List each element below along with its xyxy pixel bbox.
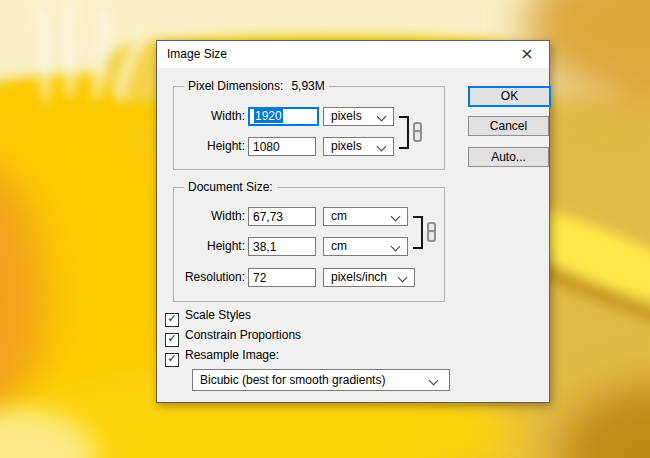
ds-width-unit-dropdown[interactable]: cm <box>323 207 408 226</box>
chevron-down-icon <box>391 242 401 252</box>
pd-width-label: Width: <box>157 107 245 126</box>
pd-height-input[interactable] <box>248 137 316 156</box>
ds-width-unit-value: cm <box>331 209 347 223</box>
pixel-dimensions-size: 5,93M <box>291 79 324 93</box>
pixel-dimensions-legend: Pixel Dimensions:5,93M <box>184 79 329 93</box>
pd-height-unit-dropdown[interactable]: pixels <box>323 137 394 156</box>
resample-image-row[interactable]: ✓Resample Image: <box>165 348 279 364</box>
dialog-titlebar: Image Size × <box>157 41 549 68</box>
ok-button[interactable]: OK <box>468 86 551 107</box>
pd-width-input[interactable]: 1920 <box>248 107 319 126</box>
document-size-legend: Document Size: <box>184 180 277 194</box>
auto-button[interactable]: Auto... <box>468 147 549 167</box>
ds-height-input[interactable] <box>248 237 316 256</box>
ds-resolution-unit-dropdown[interactable]: pixels/inch <box>323 268 415 287</box>
chevron-down-icon <box>377 112 387 122</box>
pd-height-unit-value: pixels <box>331 139 362 153</box>
image-size-dialog: Image Size × Pixel Dimensions:5,93M Widt… <box>156 40 550 403</box>
resample-method-value: Bicubic (best for smooth gradients) <box>200 373 385 387</box>
ds-resolution-input[interactable] <box>248 268 316 287</box>
constrain-proportions-label: Constrain Proportions <box>185 328 301 342</box>
ds-height-unit-value: cm <box>331 239 347 253</box>
scale-styles-checkbox[interactable]: ✓ <box>165 313 179 327</box>
ds-link-bracket <box>413 216 423 249</box>
chevron-down-icon <box>429 376 439 386</box>
scale-styles-label: Scale Styles <box>185 308 251 322</box>
resample-image-checkbox[interactable]: ✓ <box>165 353 179 367</box>
ds-height-unit-dropdown[interactable]: cm <box>323 237 408 256</box>
pixel-dimensions-label: Pixel Dimensions: <box>188 79 283 93</box>
pd-width-unit-dropdown[interactable]: pixels <box>323 107 394 126</box>
check-icon: ✓ <box>166 333 178 345</box>
screenshot-stage: Image Size × Pixel Dimensions:5,93M Widt… <box>0 0 650 458</box>
close-icon[interactable]: × <box>505 41 549 68</box>
resample-method-dropdown[interactable]: Bicubic (best for smooth gradients) <box>192 369 450 391</box>
scale-styles-row[interactable]: ✓Scale Styles <box>165 308 251 324</box>
ds-resolution-unit-value: pixels/inch <box>331 270 387 284</box>
ds-width-input[interactable] <box>248 207 316 226</box>
pd-width-value: 1920 <box>254 109 283 123</box>
constrain-proportions-row[interactable]: ✓Constrain Proportions <box>165 328 301 344</box>
chevron-down-icon <box>377 142 387 152</box>
constrain-proportions-checkbox[interactable]: ✓ <box>165 333 179 347</box>
ds-resolution-label: Resolution: <box>157 268 245 287</box>
ds-chain-link-icon <box>427 222 437 242</box>
ds-width-label: Width: <box>157 207 245 226</box>
ds-height-label: Height: <box>157 237 245 256</box>
dialog-body: Pixel Dimensions:5,93M Width: 1920 pixel… <box>157 68 549 402</box>
pd-height-label: Height: <box>157 137 245 156</box>
chevron-down-icon <box>391 212 401 222</box>
dialog-title: Image Size <box>167 41 227 68</box>
pd-chain-link-icon <box>413 122 423 142</box>
cancel-button[interactable]: Cancel <box>468 116 549 136</box>
chevron-down-icon <box>398 273 408 283</box>
check-icon: ✓ <box>166 313 178 325</box>
pd-link-bracket <box>399 116 409 149</box>
pd-width-unit-value: pixels <box>331 109 362 123</box>
resample-image-label: Resample Image: <box>185 348 279 362</box>
check-icon: ✓ <box>166 353 178 365</box>
